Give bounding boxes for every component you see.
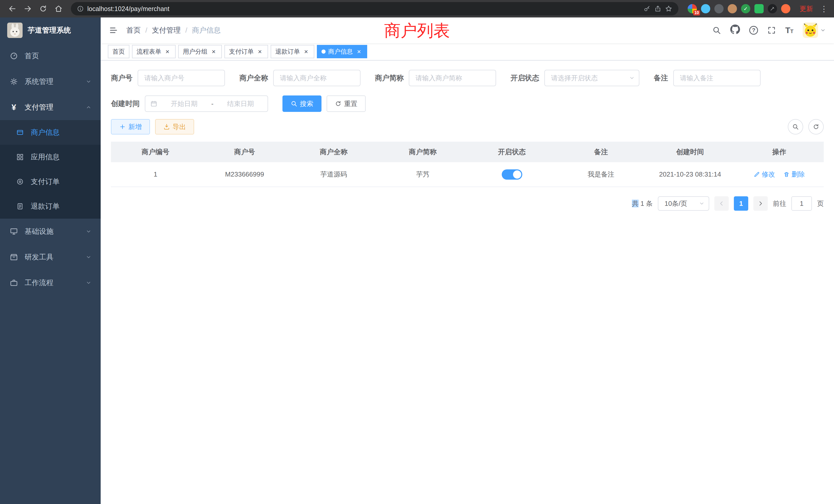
close-icon[interactable]: × [355, 48, 363, 55]
dashboard-icon [9, 52, 19, 60]
help-icon[interactable]: ? [749, 26, 758, 35]
github-icon[interactable] [730, 24, 740, 36]
bookmark-star-icon[interactable] [665, 5, 672, 12]
status-select-placeholder: 请选择开启状态 [551, 74, 598, 83]
cell-full-name: 芋道源码 [289, 162, 378, 187]
browser-menu-icon[interactable]: ⋮ [820, 4, 828, 13]
sidebar-item-label: 应用信息 [31, 152, 60, 162]
cell-create-time: 2021-10-23 08:31:14 [645, 162, 734, 187]
total-count-highlight: 共 [632, 200, 639, 207]
search-button[interactable]: 搜索 [282, 95, 322, 112]
app-logo[interactable]: 芋道管理系统 [0, 18, 101, 43]
sidebar-item-dev-tools[interactable]: 研发工具 [0, 244, 101, 270]
breadcrumb-home[interactable]: 首页 [126, 25, 141, 35]
monitor-icon [9, 227, 19, 235]
reset-button[interactable]: 重置 [327, 95, 366, 112]
address-bar[interactable]: localhost:1024/pay/merchant [71, 2, 678, 16]
tab-pay-order[interactable]: 支付订单 × [224, 45, 268, 58]
browser-reload-button[interactable] [36, 2, 50, 16]
tab-label: 支付订单 [229, 47, 254, 56]
reset-button-label: 重置 [344, 99, 357, 108]
close-icon[interactable]: × [256, 48, 263, 55]
hamburger-icon[interactable] [109, 26, 118, 35]
user-avatar-menu[interactable] [803, 23, 826, 38]
extension-gray-icon[interactable] [714, 4, 724, 13]
table-header-row: 商户编号 商户号 商户全称 商户简称 开启状态 备注 创建时间 操作 [111, 142, 824, 162]
site-info-icon[interactable] [77, 5, 84, 12]
user-avatar [803, 23, 818, 38]
close-icon[interactable]: × [303, 48, 310, 55]
extension-avatar-icon[interactable] [728, 4, 737, 13]
tab-process-form[interactable]: 流程表单 × [132, 45, 176, 58]
extension-pin-icon[interactable] [768, 4, 777, 13]
yen-icon: ¥ [9, 103, 19, 111]
refresh-button[interactable] [808, 119, 824, 135]
full-name-input[interactable] [273, 70, 360, 86]
total-count: 共 1 条 [632, 199, 653, 208]
col-short-name: 商户简称 [378, 142, 467, 162]
sidebar-item-payment[interactable]: ¥ 支付管理 [0, 94, 101, 120]
browser-home-button[interactable] [51, 2, 66, 16]
sidebar-item-refund-order[interactable]: 退款订单 [0, 194, 101, 219]
sidebar-item-label: 研发工具 [25, 252, 53, 262]
page-size-select[interactable]: 10条/页 [658, 196, 709, 211]
col-create-time: 创建时间 [645, 142, 734, 162]
sidebar-item-pay-order[interactable]: 支付订单 [0, 169, 101, 194]
remark-input[interactable] [673, 70, 761, 86]
prev-page-button[interactable] [714, 196, 729, 211]
merchant-no-input[interactable] [138, 70, 225, 86]
delete-link[interactable]: 删除 [784, 170, 805, 179]
browser-toolbar: localhost:1024/pay/merchant 10 ✓ 更新 ⋮ [0, 0, 834, 18]
export-button[interactable]: 导出 [155, 119, 194, 135]
sidebar-item-label: 支付订单 [31, 177, 60, 187]
card-icon [16, 129, 25, 136]
create-time-range-picker[interactable]: 开始日期 - 结束日期 [145, 95, 268, 112]
browser-forward-button[interactable] [21, 2, 35, 16]
breadcrumb-payment[interactable]: 支付管理 [152, 25, 181, 35]
edit-link[interactable]: 修改 [754, 170, 775, 179]
sidebar-item-system[interactable]: 系统管理 [0, 69, 101, 94]
browser-update-button[interactable]: 更新 [799, 4, 813, 13]
short-name-input[interactable] [409, 70, 496, 86]
sidebar-item-home[interactable]: 首页 [0, 43, 101, 69]
close-icon[interactable]: × [210, 48, 217, 55]
tab-refund-order[interactable]: 退款订单 × [271, 45, 314, 58]
extension-orange-icon[interactable] [781, 4, 790, 13]
status-select[interactable]: 请选择开启状态 [544, 70, 639, 86]
search-icon[interactable] [712, 26, 721, 35]
export-button-label: 导出 [173, 122, 186, 131]
extension-green-square-icon[interactable] [754, 4, 764, 13]
tab-label: 首页 [112, 47, 125, 56]
tab-user-group[interactable]: 用户分组 × [178, 45, 222, 58]
extension-blue-icon[interactable] [701, 4, 710, 13]
goto-page-input[interactable] [791, 196, 812, 211]
extension-colorful-icon[interactable]: 10 [688, 4, 697, 13]
date-separator: - [211, 100, 214, 108]
sidebar-item-label: 商户信息 [31, 128, 60, 137]
tab-home[interactable]: 首页 [108, 45, 129, 58]
browser-back-button[interactable] [5, 2, 20, 16]
tab-label: 商户信息 [328, 47, 353, 56]
share-icon[interactable] [654, 5, 661, 12]
page-1-button[interactable]: 1 [734, 196, 748, 211]
font-size-icon[interactable]: TT [785, 26, 793, 35]
sidebar-item-merchant-info[interactable]: 商户信息 [0, 120, 101, 145]
toggle-search-button[interactable] [788, 119, 803, 135]
status-toggle[interactable] [502, 169, 522, 180]
merchant-no-label: 商户号 [111, 73, 132, 83]
cell-status [467, 162, 556, 187]
tab-merchant-info[interactable]: 商户信息 × [317, 45, 367, 58]
password-key-icon[interactable] [643, 5, 651, 12]
chevron-down-icon [699, 201, 705, 206]
sidebar-item-workflow[interactable]: 工作流程 [0, 270, 101, 296]
add-button[interactable]: 新增 [111, 119, 150, 135]
close-icon[interactable]: × [164, 48, 171, 55]
fullscreen-icon[interactable] [767, 26, 776, 35]
page-size-value: 10条/页 [664, 199, 687, 208]
extension-green-check-icon[interactable]: ✓ [741, 4, 750, 13]
next-page-button[interactable] [753, 196, 768, 211]
chevron-down-icon [86, 254, 91, 260]
sidebar-item-infrastructure[interactable]: 基础设施 [0, 219, 101, 244]
sidebar-item-app-info[interactable]: 应用信息 [0, 145, 101, 169]
add-button-label: 新增 [128, 122, 142, 131]
